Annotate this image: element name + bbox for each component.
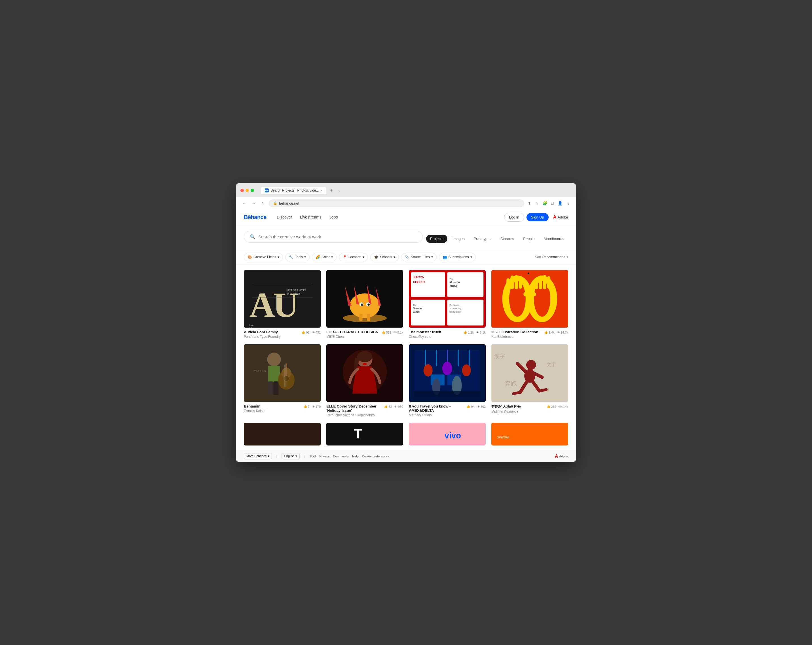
tab-images[interactable]: Images [449, 235, 469, 243]
project-thumb-elle [326, 344, 403, 402]
nav-discover[interactable]: Discover [273, 213, 295, 221]
svg-rect-47 [519, 276, 522, 289]
project-stats-audela: 👍 93 👁 431 [301, 331, 321, 334]
share-icon[interactable]: ⬆ [527, 200, 532, 207]
close-button[interactable] [240, 189, 244, 192]
likes-elle: 👍 82 [384, 405, 392, 409]
svg-text:font·: font· [249, 324, 254, 327]
sidebar-icon[interactable]: □ [550, 200, 555, 207]
address-bar[interactable]: 🔒 behance.net [269, 200, 524, 207]
footer-privacy[interactable]: Privacy [319, 454, 330, 458]
project-title-running: 奔跑的人动画片头 [491, 404, 521, 409]
active-tab[interactable]: Be Search Projects | Photos, vide... × [261, 187, 326, 194]
thumb-partial-2[interactable]: T [326, 423, 403, 445]
thumb-partial-4[interactable]: SPECIAL [491, 423, 568, 445]
nav-jobs[interactable]: Jobs [326, 213, 341, 221]
project-thumb-monster: JUICY& CHEESY The Monster Truck The Mons… [409, 270, 486, 328]
project-card-fora[interactable]: FORA - CHARACTER DESIGN MIKE Chen 👍 551 … [326, 270, 403, 339]
behance-logo[interactable]: Bēhance [244, 214, 267, 221]
project-stats-elle: 👍 82 👁 930 [384, 405, 403, 409]
likes-running: 👍 230 [546, 405, 556, 409]
project-thumb-running: 漢字 文字 奔跑 動畫 [491, 344, 568, 402]
filter-location[interactable]: 📍 Location ▾ [339, 253, 368, 261]
signup-button[interactable]: Sign Up [527, 213, 549, 221]
login-button[interactable]: Log In [504, 213, 524, 222]
project-card-monster[interactable]: JUICY& CHEESY The Monster Truck The Mons… [409, 270, 486, 339]
filter-schools[interactable]: 🎓 Schools ▾ [370, 253, 399, 261]
menu-icon[interactable]: ⋮ [565, 200, 572, 207]
footer-cookie[interactable]: Cookie preferences [362, 454, 389, 458]
svg-rect-48 [535, 278, 538, 289]
filter-source-files[interactable]: 📎 Source Files ▾ [401, 253, 437, 261]
sort-value-button[interactable]: Recommended [542, 255, 565, 259]
tab-menu-icon[interactable]: ⌄ [338, 188, 341, 192]
svg-text:SPECIAL: SPECIAL [497, 436, 510, 439]
project-author-elle: Retoucher Viktoria Skopichenko [326, 413, 384, 417]
svg-text:The: The [413, 304, 417, 306]
svg-text:vivo: vivo [444, 431, 461, 440]
minimize-button[interactable] [246, 189, 249, 192]
tab-moodboards[interactable]: Moodboards [540, 235, 568, 243]
filter-tools[interactable]: 🔧 Tools ▾ [285, 253, 310, 261]
more-behance-button[interactable]: More Behance ▾ [244, 453, 272, 459]
extensions-icon[interactable]: 🧩 [542, 200, 549, 207]
project-author-benjamin: Francis Kaiser [244, 409, 266, 413]
back-button[interactable]: ← [240, 200, 248, 207]
project-card-audela[interactable]: AU DE LA Serif type family of 14 styles … [244, 270, 321, 339]
maximize-button[interactable] [250, 189, 254, 192]
adobe-icon: A [553, 215, 557, 220]
svg-point-83 [462, 364, 471, 377]
thumb-partial-1[interactable] [244, 423, 321, 445]
svg-text:JUICY&: JUICY& [413, 276, 424, 279]
browser-controls: Be Search Projects | Photos, vide... × +… [240, 186, 572, 194]
likes-audela: 👍 93 [301, 331, 309, 334]
project-author-running: Multiple Owners ▾ [491, 410, 521, 414]
project-card-benjamin[interactable]: W A T S O N Benjamin Francis Kaiser 👍 7 … [244, 344, 321, 417]
creative-fields-chevron: ▾ [278, 255, 279, 259]
profile-icon[interactable]: 👤 [557, 200, 564, 207]
project-stats-travel: 👍 94 👁 803 [466, 405, 486, 409]
footer-tou[interactable]: TOU [309, 454, 316, 458]
nav-livestreams[interactable]: Livestreams [296, 213, 325, 221]
tab-streams[interactable]: Streams [496, 235, 518, 243]
language-button[interactable]: English ▾ [282, 453, 299, 459]
svg-text:The Monster: The Monster [449, 304, 459, 306]
filter-color[interactable]: 🌈 Color ▾ [312, 253, 337, 261]
subscriptions-icon: 👥 [443, 255, 447, 259]
project-info-illustration: 2020 Illustration Collection Kat Bielobr… [491, 330, 568, 339]
toolbar-icons: ⬆ ☆ 🧩 □ 👤 ⋮ [527, 200, 572, 207]
tab-people[interactable]: People [519, 235, 539, 243]
svg-text:of 14 styles: of 14 styles [286, 292, 300, 295]
behance-footer: More Behance ▾ | English ▾ | TOU Privacy… [236, 450, 576, 462]
project-card-elle[interactable]: ELLE Cover Story December 'Holiday Issue… [326, 344, 403, 417]
search-icon: 🔍 [250, 234, 255, 239]
project-card-travel[interactable]: If you Travel you know - AMEX&DELTA Math… [409, 344, 486, 417]
tab-close-icon[interactable]: × [321, 189, 322, 192]
bookmark-icon[interactable]: ☆ [534, 200, 540, 207]
search-input[interactable] [258, 234, 417, 239]
svg-point-72 [343, 350, 387, 393]
svg-rect-17 [359, 314, 363, 321]
project-card-illustration[interactable]: ▲ 2020 Illustration Collection Kat Bielo… [491, 270, 568, 339]
project-info-elle: ELLE Cover Story December 'Holiday Issue… [326, 404, 403, 417]
svg-rect-66 [273, 381, 278, 395]
filter-creative-fields[interactable]: 🎨 Creative Fields ▾ [244, 253, 283, 261]
project-author-audela: Fontfabric Type Foundry [244, 335, 281, 339]
bottom-row-partial: T vivo SPECIAL [236, 423, 576, 450]
tab-prototypes[interactable]: Prototypes [470, 235, 495, 243]
multiple-owners-chevron[interactable]: ▾ [517, 410, 518, 414]
footer-help[interactable]: Help [352, 454, 359, 458]
thumb-partial-3[interactable]: vivo [409, 423, 486, 445]
tab-projects[interactable]: Projects [426, 235, 447, 243]
forward-button[interactable]: → [250, 200, 258, 207]
project-thumb-fora [326, 270, 403, 328]
filter-subscriptions[interactable]: 👥 Subscriptions ▾ [439, 253, 476, 261]
project-card-running[interactable]: 漢字 文字 奔跑 動畫 [491, 344, 568, 417]
svg-rect-51 [547, 276, 550, 289]
views-monster: 👁 8.1k [476, 331, 486, 334]
new-tab-button[interactable]: + [327, 186, 336, 194]
reload-button[interactable]: ↻ [260, 200, 267, 207]
footer-community[interactable]: Community [333, 454, 349, 458]
subscriptions-chevron: ▾ [470, 255, 472, 259]
svg-point-22 [368, 303, 370, 306]
